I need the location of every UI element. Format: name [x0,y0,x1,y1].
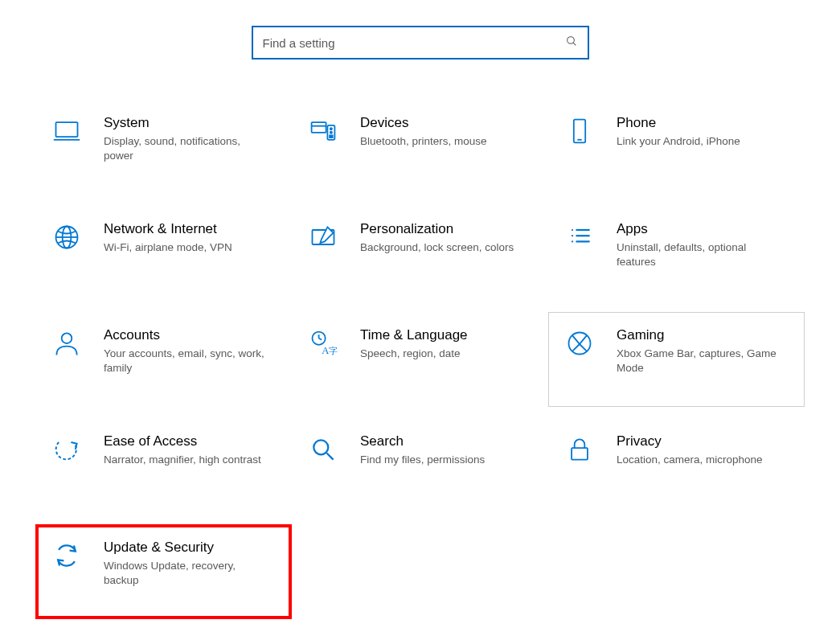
tile-accounts[interactable]: Accounts Your accounts, email, sync, wor… [35,312,292,407]
time-language-icon: A 字 [307,327,339,358]
update-security-icon [51,540,83,570]
tile-system[interactable]: System Display, sound, notifications, po… [35,100,292,195]
tile-title: Apps [617,221,789,237]
search-input[interactable] [263,36,565,50]
apps-icon [563,221,596,252]
settings-grid: System Display, sound, notifications, po… [0,100,840,619]
svg-rect-9 [330,135,333,137]
network-icon [51,221,83,252]
svg-line-30 [327,453,334,460]
tile-title: System [104,115,277,131]
svg-text:字: 字 [329,346,338,355]
svg-rect-2 [56,122,78,137]
tile-title: Accounts [104,327,277,343]
tile-gaming[interactable]: Gaming Xbox Game Bar, captures, Game Mod… [548,312,805,407]
tile-desc: Link your Android, iPhone [617,134,777,149]
tile-title: Gaming [617,327,789,343]
tile-network[interactable]: Network & Internet Wi-Fi, airplane mode,… [35,206,292,301]
svg-line-1 [573,43,576,45]
tile-desc: Background, lock screen, colors [360,240,521,255]
tile-desc: Location, camera, microphone [617,453,777,467]
svg-point-22 [62,333,72,343]
tile-desc: Windows Update, recovery, backup [104,559,264,588]
search-bar-container [0,0,840,100]
tile-title: Network & Internet [104,221,277,237]
tile-desc: Find my files, permissions [360,453,521,467]
tile-title: Update & Security [104,540,277,556]
tile-ease-of-access[interactable]: Ease of Access Narrator, magnifier, high… [35,418,292,513]
devices-icon [307,115,339,146]
svg-point-8 [330,132,332,133]
svg-point-29 [313,440,328,454]
tile-title: Search [360,433,533,449]
svg-point-0 [567,37,574,44]
tile-devices[interactable]: Devices Bluetooth, printers, mouse [292,100,548,195]
ease-of-access-icon [51,433,83,464]
accounts-icon [51,327,83,358]
tile-title: Time & Language [360,327,533,343]
search-box[interactable] [252,26,589,60]
phone-icon [563,115,596,146]
tile-desc: Display, sound, notifications, power [104,134,264,163]
personalization-icon [307,221,339,252]
tile-title: Personalization [360,221,533,237]
tile-time-language[interactable]: A 字 Time & Language Speech, region, date [292,312,548,407]
tile-phone[interactable]: Phone Link your Android, iPhone [548,100,805,195]
privacy-icon [563,433,596,464]
tile-desc: Your accounts, email, sync, work, family [104,347,264,376]
svg-text:A: A [322,345,329,356]
search-category-icon [307,433,339,464]
tile-privacy[interactable]: Privacy Location, camera, microphone [548,418,805,513]
tile-title: Devices [360,115,533,131]
tile-desc: Wi-Fi, airplane mode, VPN [104,240,264,255]
tile-apps[interactable]: Apps Uninstall, defaults, optional featu… [548,206,805,301]
tile-title: Ease of Access [104,433,277,449]
svg-rect-31 [572,448,588,459]
tile-personalization[interactable]: Personalization Background, lock screen,… [292,206,548,301]
tile-title: Phone [617,115,789,131]
tile-desc: Speech, region, date [360,347,521,361]
tile-desc: Bluetooth, printers, mouse [360,134,521,149]
tile-desc: Xbox Game Bar, captures, Game Mode [617,347,777,376]
tile-search[interactable]: Search Find my files, permissions [292,418,548,513]
tile-desc: Uninstall, defaults, optional features [617,240,777,269]
tile-desc: Narrator, magnifier, high contrast [104,453,264,467]
gaming-icon [563,327,596,358]
tile-title: Privacy [617,433,789,449]
system-icon [51,115,83,146]
svg-point-7 [330,128,332,129]
svg-rect-4 [312,122,326,133]
svg-line-25 [319,339,322,340]
search-icon [565,35,578,51]
tile-update-security[interactable]: Update & Security Windows Update, recove… [35,524,292,619]
